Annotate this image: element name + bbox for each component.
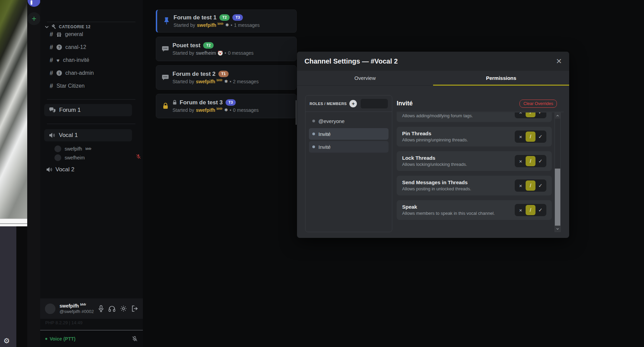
tag-badge: T3 <box>232 14 243 21</box>
chevron-up-icon <box>556 115 559 117</box>
channel-settings-modal: Channel Settings — #Vocal 2 × Overview P… <box>297 52 569 238</box>
sidebar-item-chan-invite[interactable]: # ♥ chan-invité <box>50 55 89 65</box>
scroll-up-button[interactable] <box>555 113 560 119</box>
deny-button[interactable]: × <box>516 205 526 215</box>
headphones-icon[interactable] <box>109 306 115 312</box>
permissions-scrollbar[interactable] <box>555 112 561 232</box>
category-categorie-12[interactable]: CATEGORIE 12 <box>45 23 90 30</box>
role-color-dot <box>312 145 315 148</box>
allow-button[interactable]: ✓ <box>535 112 545 117</box>
permission-row-pin-threads: Pin Threads Allows pinning/unpinning thr… <box>397 127 552 146</box>
tab-overview[interactable]: Overview <box>297 71 433 85</box>
modal-tab-bar: Overview Permissions <box>297 71 569 86</box>
post-title: Pouet test <box>172 41 200 50</box>
tab-permissions[interactable]: Permissions <box>433 71 569 85</box>
question-circle-icon: ? <box>56 45 62 50</box>
roles-list: @everyone Invité Invité <box>306 112 392 157</box>
member-suffix: bhfr <box>85 147 92 151</box>
permission-row-lock-threads: Lock Threads Allows locking/unlocking th… <box>397 151 552 171</box>
role-item-invite-2[interactable]: Invité <box>309 141 389 153</box>
close-icon[interactable]: × <box>556 56 562 66</box>
post-subtitle: Started by swefheim • 0 messages <box>172 50 253 56</box>
hash-icon: # <box>50 70 53 77</box>
sidebar-item-star-citizen[interactable]: # Star Citizen <box>50 81 85 91</box>
permission-toggle: × / ✓ <box>515 204 546 216</box>
permission-toggle: × / ✓ <box>515 155 546 167</box>
speech-bubble-icon <box>160 46 170 52</box>
sidebar-divider <box>47 124 135 124</box>
post-content: Forum de test 2 T1 Started by swefpifh b… <box>172 70 259 85</box>
sidebar-item-vocal-1[interactable]: Vocal 1 <box>44 129 132 141</box>
forum-list-scrollbar[interactable] <box>296 100 297 125</box>
roles-header-label: ROLES / MEMBERS <box>310 102 347 106</box>
clear-overrides-button[interactable]: Clear Overrides <box>519 100 557 108</box>
server-icon[interactable] <box>28 0 40 7</box>
member-name: swefpifh <box>65 146 82 152</box>
neutral-button[interactable]: / <box>526 180 535 191</box>
allow-button[interactable]: ✓ <box>535 180 545 191</box>
permission-row-speak: Speak Allows members to speak in this vo… <box>397 200 552 220</box>
separator: • <box>225 50 226 56</box>
post-content: Forum de test 1 T2 T3 Started by swefpif… <box>174 14 260 29</box>
post-author[interactable]: swefpifh bhfr <box>196 78 222 85</box>
permission-toggle: × / ✓ <box>515 131 546 143</box>
speaker-icon <box>46 167 53 172</box>
post-message-count: 0 messages <box>233 107 259 114</box>
deny-button[interactable]: × <box>516 156 526 166</box>
role-color-dot <box>312 120 315 122</box>
post-author[interactable]: swefpifh bhfr <box>196 107 222 114</box>
forum-post-pouet-test[interactable]: Pouet test T2 Started by swefheim • 0 me… <box>156 37 297 61</box>
sidebar-item-forum-1[interactable]: Forum 1 <box>44 104 132 116</box>
gear-icon[interactable] <box>120 305 127 312</box>
sidebar-item-chan-admin[interactable]: # i chan-admin <box>50 68 94 78</box>
neutral-button[interactable]: / <box>526 112 535 117</box>
permission-toggle: × / ✓ <box>515 112 546 118</box>
post-title: Forum de test 1 <box>174 14 217 22</box>
separator: • <box>230 107 231 114</box>
locked-icon <box>172 100 177 105</box>
scroll-down-button[interactable] <box>555 226 560 232</box>
post-author[interactable]: swefheim <box>196 50 216 56</box>
sidebar-item-vocal-2[interactable]: Vocal 2 <box>46 165 75 174</box>
allow-button[interactable]: ✓ <box>535 132 545 142</box>
post-title: Forum de test 3 <box>180 99 223 107</box>
post-author[interactable]: swefpifh bhfr <box>197 22 224 29</box>
sidebar-item-canal-12[interactable]: # ? canal-12 <box>50 42 86 52</box>
forum-post-forum-de-test-3[interactable]: Forum de test 3 T3 Started by swefpifh b… <box>156 94 297 118</box>
deny-button[interactable]: × <box>516 132 526 142</box>
deny-button[interactable]: × <box>516 180 526 191</box>
allow-button[interactable]: ✓ <box>535 205 545 215</box>
chevron-down-icon <box>45 26 49 28</box>
avatar[interactable] <box>45 303 55 314</box>
info-circle-icon: i <box>56 70 62 76</box>
deny-button[interactable]: × <box>516 112 526 117</box>
permission-texts: Speak Allows members to speak in this vo… <box>402 203 495 216</box>
microphone-icon[interactable] <box>98 305 104 312</box>
settings-gear-icon[interactable]: ⚙ <box>3 337 10 344</box>
mic-slash-icon[interactable] <box>132 336 138 342</box>
allow-button[interactable]: ✓ <box>535 156 545 166</box>
neutral-button[interactable]: / <box>526 205 535 215</box>
logout-icon[interactable] <box>132 306 138 312</box>
role-name: Invité <box>318 144 331 150</box>
forum-post-forum-de-test-2[interactable]: Forum de test 2 T1 Started by swefpifh b… <box>156 65 297 90</box>
voice-ptt-label: Voice (PTT) <box>50 336 76 342</box>
role-item-invite-1[interactable]: Invité <box>309 128 389 140</box>
neutral-button[interactable]: / <box>526 132 535 142</box>
add-role-button[interactable]: + <box>349 100 357 107</box>
tag-badge: T1 <box>218 71 229 77</box>
role-item-everyone[interactable]: @everyone <box>309 115 389 127</box>
roles-search-input[interactable] <box>361 99 388 108</box>
background-window-edge <box>0 219 27 226</box>
neutral-button[interactable]: / <box>526 156 535 166</box>
post-content: Pouet test T2 Started by swefheim • 0 me… <box>172 41 253 57</box>
sidebar-item-general[interactable]: # general <box>50 30 83 39</box>
scrollbar-thumb[interactable] <box>555 169 560 226</box>
channel-name: chan-admin <box>65 70 94 76</box>
add-server-button[interactable]: + <box>28 12 40 25</box>
lock-icon <box>160 103 170 109</box>
voice-member-swefheim[interactable]: swefheim <box>54 154 85 162</box>
forum-post-forum-de-test-1[interactable]: Forum de test 1 T2 T3 Started by swefpif… <box>156 10 297 33</box>
left-settings-column: ⚙ <box>0 226 16 347</box>
voice-member-swefpifh[interactable]: swefpifh bhfr <box>54 145 92 153</box>
